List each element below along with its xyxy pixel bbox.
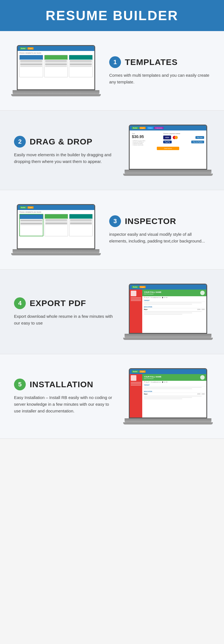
section-4-inner: Builder Export YO — [14, 284, 210, 340]
line — [70, 222, 92, 223]
section-desc-5: Easy Installation – Install RB easily wi… — [14, 394, 115, 414]
screen-4: Builder Export YO — [129, 284, 207, 334]
resume-preview-5: YOUR FULL NAME Web Developer 📍 City, ST … — [130, 374, 206, 417]
line — [45, 221, 67, 221]
content-line — [144, 387, 202, 388]
line — [45, 64, 67, 65]
content-line — [144, 397, 192, 398]
resume-section-education-5: EDUCATION — [142, 390, 206, 393]
line — [45, 65, 67, 66]
content-line — [144, 396, 202, 396]
mock-btn-7: Builder — [20, 206, 27, 209]
section-inspector: Builder Export Choose a template for you… — [0, 190, 224, 270]
card-top-6 — [69, 214, 92, 219]
payment-right: Choose a payment method VISA Pay now — [163, 133, 204, 143]
laptop-bottom-4 — [123, 338, 213, 340]
resume-section-target: TARGET — [142, 299, 206, 302]
laptop-mockup-1: Builder Export Choose a template for you… — [14, 45, 98, 96]
card-body-6 — [69, 219, 92, 226]
laptop-bottom-1 — [11, 94, 101, 96]
line — [45, 60, 67, 61]
mock-btn-5: Orders — [147, 127, 153, 129]
resume-avatar-4 — [200, 291, 205, 295]
pay-now-btn[interactable]: Pay now — [195, 136, 204, 139]
content-line — [144, 398, 182, 399]
section-desc-4: Export download whole resume in a few mi… — [14, 313, 115, 326]
mock-btn-4: Export — [139, 127, 146, 129]
line — [20, 220, 42, 221]
screen-inner-2: Builder Export Orders Extensions Total $… — [130, 125, 206, 169]
card-body-1 — [20, 60, 43, 68]
line — [70, 60, 92, 61]
line — [45, 222, 67, 223]
sidebar-item-5 — [131, 383, 141, 384]
major-label-5: Major — [144, 393, 148, 395]
text-block-3: 3 INSPECTOR inspector easily and visual … — [109, 215, 210, 244]
resume-header-bar-4: YOUR FULL NAME Web Developer — [142, 290, 206, 296]
resume-section-target-5: TARGET — [142, 383, 206, 386]
section-drag-drop: Builder Export Orders Extensions Total $… — [0, 111, 224, 190]
line — [70, 65, 92, 66]
screen-inner-5: Builder Export YO — [130, 369, 206, 417]
line — [70, 223, 92, 224]
visa-icon: VISA — [163, 136, 171, 139]
laptop-mockup-4: Builder Export YO — [126, 284, 210, 340]
resume-name-block: YOUR FULL NAME Web Developer — [144, 291, 161, 295]
line — [70, 220, 92, 220]
text-block-5: 5 INSTALLATION Easy Installation – Insta… — [14, 379, 115, 414]
page-header: RESUME BUILDER — [0, 0, 224, 31]
laptop-bottom-3 — [11, 253, 101, 255]
section-export-pdf: Builder Export YO — [0, 270, 224, 354]
payment-price: $30.95 — [132, 134, 160, 139]
title-row-1: 1 TEMPLATES — [109, 56, 210, 68]
screen-5: Builder Export YO — [129, 368, 207, 418]
laptop-mockup-5: Builder Export YO — [126, 368, 210, 424]
badge-3: 3 — [109, 215, 121, 227]
resume-full-name: YOUR FULL NAME — [144, 291, 161, 293]
template-card-4 — [19, 214, 43, 236]
sidebar-item-5 — [131, 385, 141, 386]
line — [45, 220, 67, 220]
card-top-2 — [45, 55, 68, 60]
content-line — [144, 304, 192, 305]
screen-inner-3: Builder Export Choose a template for you… — [18, 205, 94, 248]
section-title-1: TEMPLATES — [125, 57, 178, 67]
card-body-2 — [45, 60, 68, 68]
badge-4: 4 — [14, 297, 26, 309]
order-btn[interactable]: Gain Access — [157, 147, 179, 150]
title-row-4: 4 EXPORT PDF — [14, 297, 115, 309]
laptop-bottom-5 — [123, 422, 213, 424]
line — [20, 64, 42, 65]
laptop-base-2 — [125, 170, 211, 174]
section-templates: Builder Export Choose a template for you… — [0, 31, 224, 111]
card-body-5 — [45, 219, 68, 226]
template-card-2 — [44, 55, 68, 77]
text-block-1: 1 TEMPLATES Comes with multi templates a… — [109, 56, 210, 85]
info-item-4: 📍 City, ST — [144, 381, 150, 383]
resume-sidebar-4 — [130, 290, 142, 333]
major-label: Major — [144, 309, 148, 310]
resume-name-block-5: YOUR FULL NAME Web Developer — [144, 376, 161, 379]
laptop-bottom-2 — [123, 174, 213, 176]
resume-header-bar-5: YOUR FULL NAME Web Developer — [142, 374, 206, 381]
mock-btn-3: Builder — [132, 127, 139, 129]
mock-btn-1: Builder — [20, 47, 27, 50]
mock-btn-12: Export — [139, 370, 146, 373]
line — [45, 66, 67, 67]
education-row: Major 2009 - 2000 — [142, 308, 206, 311]
content-line — [144, 312, 192, 313]
section-desc-2: Easily move elements in the builder by d… — [14, 151, 115, 165]
education-row-5: Major 2009 - 2000 — [142, 393, 206, 395]
laptop-base-3 — [13, 249, 99, 253]
line — [20, 66, 42, 67]
content-line — [144, 314, 182, 315]
templates-grid — [18, 54, 94, 78]
section-title-3: INSPECTOR — [125, 216, 176, 226]
section-installation: Builder Export YO — [0, 354, 224, 439]
mock-btn-11: Builder — [132, 370, 139, 373]
resume-info-row-5: 📍 City, ST ✉ email@email.com 📱 Tel: 000 — [142, 381, 206, 383]
laptop-base-1 — [13, 90, 99, 94]
paypal-pay-btn[interactable]: Pay via PayPal — [191, 141, 204, 143]
date-range-5: 2009 - 2000 — [197, 393, 205, 395]
laptop-mockup-2: Builder Export Orders Extensions Total $… — [126, 125, 210, 176]
